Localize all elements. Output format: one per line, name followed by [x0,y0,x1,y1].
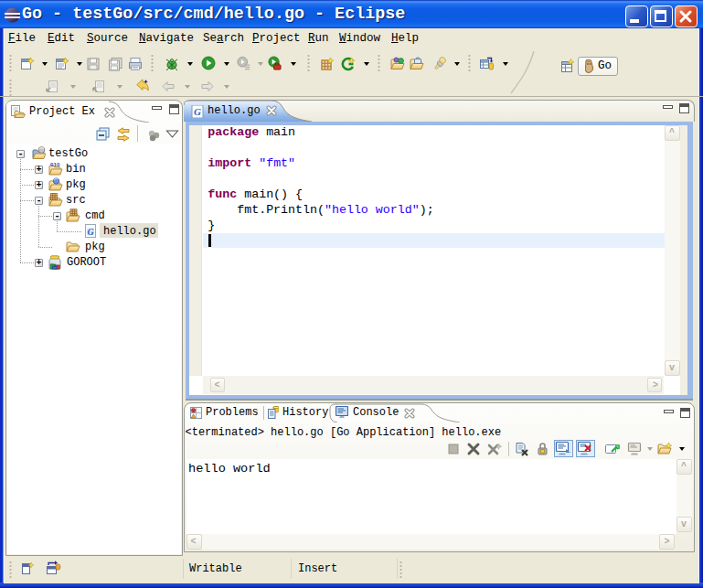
svg-text:G: G [194,106,201,117]
